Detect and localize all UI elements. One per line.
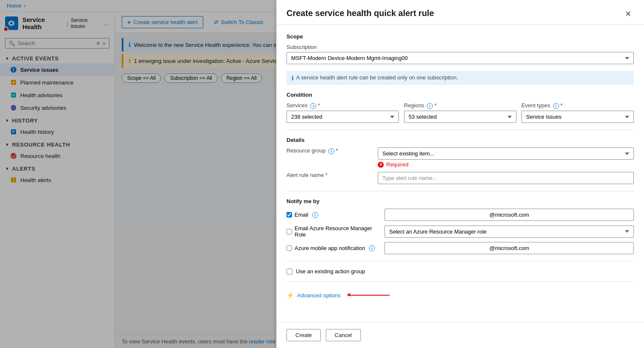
email-label-text: Email bbox=[295, 212, 308, 218]
resource-group-error: ✕ Required bbox=[378, 161, 634, 168]
modal-body: Scope Subscription MSFT-Modern Device-Mo… bbox=[276, 25, 644, 322]
advanced-options-arrow bbox=[347, 295, 390, 296]
modal-close-button[interactable]: ✕ bbox=[622, 8, 634, 19]
condition-section: Condition Services i * 238 selected Regi… bbox=[287, 92, 634, 123]
email-info-icon[interactable]: i bbox=[312, 212, 318, 218]
mobile-app-row: Azure mobile app notification i bbox=[287, 242, 634, 254]
divider-2 bbox=[287, 191, 634, 191]
alert-rule-name-label-col: Alert rule name * bbox=[287, 172, 371, 180]
lightning-icon: ⚡ bbox=[287, 292, 294, 299]
event-types-info-icon[interactable]: i bbox=[553, 103, 559, 109]
alert-rule-name-row: Alert rule name * bbox=[287, 172, 634, 184]
mobile-app-input[interactable] bbox=[385, 242, 634, 254]
modal-create-button[interactable]: Create bbox=[287, 329, 321, 341]
resource-group-label-col: Resource group i * bbox=[287, 147, 371, 156]
subscription-info-note: ℹ A service health alert rule can be cre… bbox=[287, 71, 634, 85]
required-error-text: Required bbox=[386, 161, 409, 168]
subscription-note-text: A service health alert rule can be creat… bbox=[296, 74, 458, 81]
resource-group-info-icon[interactable]: i bbox=[328, 148, 334, 154]
resource-group-label: Resource group i * bbox=[287, 147, 371, 154]
services-label: Services i * bbox=[287, 102, 399, 109]
modal-cancel-button[interactable]: Cancel bbox=[326, 329, 360, 341]
mobile-app-checkbox[interactable] bbox=[287, 245, 292, 251]
resource-group-row: Resource group i * Select existing item.… bbox=[287, 147, 634, 168]
modal-header: Create service health quick alert rule ✕ bbox=[276, 0, 644, 25]
error-icon: ✕ bbox=[378, 162, 384, 168]
regions-label: Regions i * bbox=[404, 102, 516, 109]
services-info-icon[interactable]: i bbox=[310, 103, 316, 109]
event-types-select[interactable]: Service issues bbox=[521, 111, 634, 123]
modal-title: Create service health quick alert rule bbox=[287, 8, 434, 18]
regions-field: Regions i * 53 selected bbox=[404, 102, 516, 123]
azure-role-label-text: Email Azure Resource Manager Role bbox=[295, 225, 379, 238]
condition-fields: Services i * 238 selected Regions i * bbox=[287, 102, 634, 123]
email-azure-role-row: Email Azure Resource Manager Role Select… bbox=[287, 225, 634, 238]
divider-4 bbox=[287, 281, 634, 282]
subscription-field-label: Subscription bbox=[287, 44, 634, 50]
modal-footer: Create Cancel bbox=[276, 322, 644, 348]
email-checkbox-label: Email i bbox=[287, 212, 379, 218]
alert-rule-name-label: Alert rule name * bbox=[287, 172, 371, 178]
details-section: Details Resource group i * Select existi… bbox=[287, 137, 634, 184]
azure-role-checkbox[interactable] bbox=[287, 229, 292, 234]
existing-action-group-row: Use an existing action group bbox=[287, 268, 634, 275]
email-input[interactable] bbox=[385, 209, 634, 221]
event-types-label: Event types i * bbox=[521, 102, 634, 109]
subscription-select[interactable]: MSFT-Modern Device-Modern Mgmt-Imaging00 bbox=[287, 52, 634, 64]
condition-section-label: Condition bbox=[287, 92, 634, 98]
divider-1 bbox=[287, 130, 634, 130]
existing-action-group-checkbox[interactable] bbox=[287, 269, 292, 275]
mobile-app-info-icon[interactable]: i bbox=[369, 245, 375, 251]
azure-role-checkbox-label: Email Azure Resource Manager Role bbox=[287, 225, 379, 238]
alert-rule-name-input[interactable] bbox=[378, 172, 634, 184]
details-section-label: Details bbox=[287, 137, 634, 143]
info-note-icon: ℹ bbox=[292, 75, 294, 82]
resource-group-select[interactable]: Select existing item... bbox=[378, 147, 634, 160]
mobile-app-checkbox-label: Azure mobile app notification i bbox=[287, 245, 379, 251]
divider-3 bbox=[287, 261, 634, 261]
scope-section-label: Scope bbox=[287, 33, 634, 40]
mobile-app-label-text: Azure mobile app notification bbox=[295, 245, 365, 251]
email-checkbox[interactable] bbox=[287, 212, 292, 218]
existing-action-group-label: Use an existing action group bbox=[296, 268, 365, 275]
regions-info-icon[interactable]: i bbox=[427, 103, 433, 109]
notify-section-label: Notify me by bbox=[287, 198, 634, 204]
advanced-options-link[interactable]: Advanced options bbox=[297, 292, 341, 299]
regions-select[interactable]: 53 selected bbox=[404, 111, 516, 123]
services-select[interactable]: 238 selected bbox=[287, 111, 399, 123]
alert-rule-name-input-col bbox=[378, 172, 634, 184]
event-types-field: Event types i * Service issues bbox=[521, 102, 634, 123]
email-row: Email i bbox=[287, 209, 634, 221]
advanced-options-row: ⚡ Advanced options bbox=[287, 288, 634, 302]
services-field: Services i * 238 selected bbox=[287, 102, 399, 123]
notify-section: Notify me by Email i Email Azure Resourc… bbox=[287, 198, 634, 254]
azure-role-select[interactable]: Select an Azure Resource Manager role bbox=[385, 226, 634, 238]
create-alert-modal: Create service health quick alert rule ✕… bbox=[276, 0, 644, 348]
resource-group-input-col: Select existing item... document.querySe… bbox=[378, 147, 634, 168]
scope-section: Scope Subscription MSFT-Modern Device-Mo… bbox=[287, 33, 634, 64]
